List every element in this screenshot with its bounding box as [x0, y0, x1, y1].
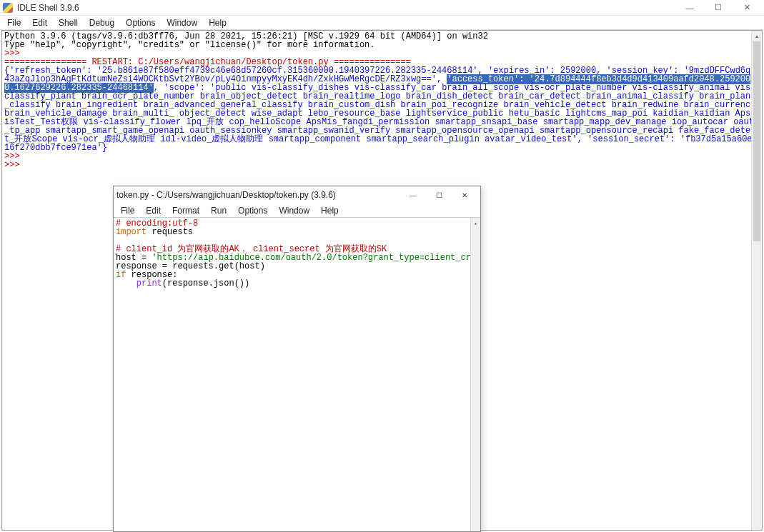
menu-file[interactable]: File: [1, 16, 26, 29]
editor-menu-edit[interactable]: Edit: [140, 204, 167, 217]
editor-scroll-up-icon[interactable]: ▴: [471, 218, 480, 229]
shell-text-area[interactable]: Python 3.9.6 (tags/v3.9.6:db3ff76, Jun 2…: [2, 31, 762, 171]
code-builtin-print: print: [137, 278, 162, 288]
code-indent: [116, 278, 137, 288]
menu-shell[interactable]: Shell: [53, 16, 84, 29]
code-print-rest: (response.json()): [162, 278, 249, 288]
editor-scrollbar[interactable]: ▴: [470, 218, 480, 531]
editor-window-controls: — ☐ ✕: [400, 186, 477, 204]
editor-body: # encoding:utf-8 import requests # clien…: [114, 218, 480, 531]
minimize-button[interactable]: —: [675, 0, 704, 16]
shell-output: {'refresh_token': '25.b861e87f580eff4739…: [4, 66, 761, 153]
menu-window[interactable]: Window: [161, 16, 203, 29]
code-module-requests: requests: [147, 227, 193, 237]
editor-menu-help[interactable]: Help: [315, 204, 344, 217]
editor-close-button[interactable]: ✕: [452, 186, 477, 204]
editor-menu-format[interactable]: Format: [167, 204, 205, 217]
maximize-button[interactable]: ☐: [704, 0, 733, 16]
editor-text-area[interactable]: # encoding:utf-8 import requests # clien…: [114, 218, 480, 289]
menu-debug[interactable]: Debug: [84, 16, 120, 29]
editor-menu-window[interactable]: Window: [273, 204, 315, 217]
shell-prompt-3: >>>: [4, 160, 20, 170]
scroll-up-icon[interactable]: ▴: [752, 31, 762, 41]
session-secret-key: 'session_secret': [587, 134, 670, 144]
shell-window-controls: — ☐ ✕: [675, 0, 761, 16]
banner-line-2: Type "help", "copyright", "credits" or "…: [4, 40, 374, 50]
editor-titlebar: token.py - C:/Users/wangjichuan/Desktop/…: [114, 186, 480, 204]
editor-minimize-button[interactable]: —: [400, 186, 426, 204]
shell-title: IDLE Shell 3.9.6: [17, 3, 79, 13]
shell-menubar: File Edit Shell Debug Options Window Hel…: [0, 16, 764, 30]
editor-menu-file[interactable]: File: [115, 204, 140, 217]
menu-help[interactable]: Help: [203, 16, 232, 29]
editor-maximize-button[interactable]: ☐: [426, 186, 452, 204]
editor-menu-run[interactable]: Run: [205, 204, 232, 217]
close-button[interactable]: ✕: [733, 0, 761, 16]
editor-menu-options[interactable]: Options: [232, 204, 273, 217]
scroll-thumb[interactable]: [753, 41, 760, 241]
code-keyword-import: import: [116, 227, 147, 237]
shell-titlebar: IDLE Shell 3.9.6 — ☐ ✕: [0, 0, 764, 16]
shell-scrollbar[interactable]: ▴: [751, 31, 762, 530]
editor-window: token.py - C:/Users/wangjichuan/Desktop/…: [113, 186, 481, 532]
menu-options[interactable]: Options: [120, 16, 161, 29]
python-icon: [3, 3, 13, 13]
menu-edit[interactable]: Edit: [26, 16, 53, 29]
editor-title: token.py - C:/Users/wangjichuan/Desktop/…: [116, 190, 336, 200]
editor-menubar: File Edit Format Run Options Window Help: [114, 204, 480, 218]
